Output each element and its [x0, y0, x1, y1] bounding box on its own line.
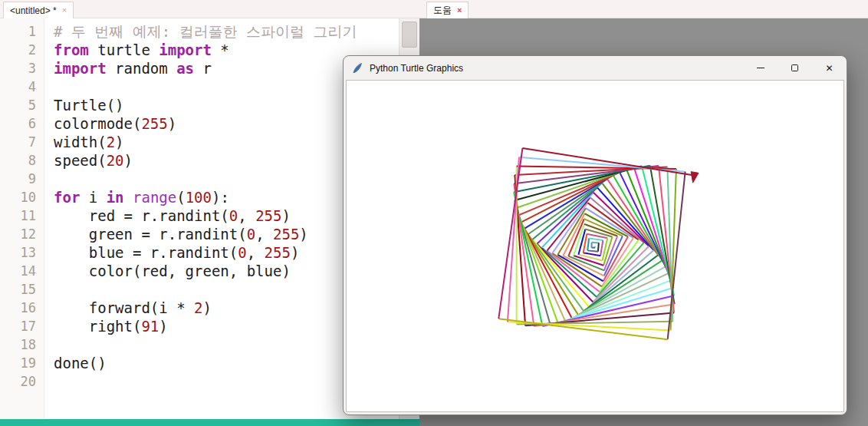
code-token: for [54, 189, 80, 206]
code-token: turtle [89, 41, 159, 58]
close-button[interactable]: ✕ [812, 56, 847, 80]
code-token: i [80, 189, 106, 206]
code-token: ) [115, 134, 123, 150]
turtle-graphics-window: Python Turtle Graphics ✕ [343, 55, 847, 415]
line-number: 14 [0, 262, 36, 280]
line-number: 2 [0, 41, 36, 59]
window-title-bar[interactable]: Python Turtle Graphics ✕ [344, 56, 847, 80]
code-token: * [212, 41, 229, 58]
maximize-button[interactable] [778, 56, 812, 80]
line-number: 1 [0, 22, 36, 41]
tab-untitled-file[interactable]: <untitled> * × [3, 2, 74, 18]
line-number: 20 [0, 372, 36, 391]
line-number: 17 [0, 317, 36, 335]
line-number: 12 [0, 225, 36, 243]
code-token: done() [54, 355, 107, 372]
code-token: 2 [107, 134, 115, 150]
code-token: 100 [186, 189, 212, 206]
code-token: colormode( [54, 115, 141, 132]
code-editor[interactable]: 1234567891011121314151617181920 # 두 번째 예… [0, 18, 399, 419]
turtle-app-icon [351, 62, 363, 74]
line-number: 5 [0, 96, 36, 114]
code-token: 0 [247, 226, 255, 243]
file-tab-close-icon[interactable]: × [62, 6, 67, 15]
code-token: green = r.randint( [54, 226, 247, 243]
code-token: 0 [229, 207, 238, 224]
code-token: random [107, 60, 177, 77]
code-token: forward(i * [54, 299, 194, 316]
code-token: , [255, 226, 273, 243]
line-number: 13 [0, 243, 36, 262]
code-token: width( [54, 134, 107, 150]
code-token: ( [176, 189, 185, 206]
close-icon: ✕ [825, 64, 833, 73]
line-number: 3 [0, 59, 36, 78]
code-token: from [54, 41, 89, 58]
line-number: 9 [0, 170, 36, 188]
line-number: 10 [0, 188, 36, 206]
code-token: 91 [141, 318, 159, 335]
tab-bar: <untitled> * × 도움 × [0, 0, 868, 18]
code-token [124, 189, 133, 206]
code-token: ) [168, 115, 176, 132]
line-number: 6 [0, 114, 36, 133]
code-token: 20 [107, 152, 124, 169]
line-number: 19 [0, 354, 36, 372]
code-token: ) [159, 318, 167, 335]
code-token: ) [281, 207, 290, 224]
code-token: # 두 번째 예제: 컬러풀한 스파이럴 그리기 [54, 23, 357, 40]
line-number: 15 [0, 280, 36, 299]
maximize-icon [791, 64, 798, 71]
code-token: ) [124, 152, 133, 169]
code-token: ) [202, 299, 211, 316]
code-token: , [247, 244, 265, 261]
tab-help[interactable]: 도움 × [426, 2, 469, 18]
code-token: import [159, 41, 212, 58]
file-tab-label: <untitled> * [10, 5, 57, 16]
code-token: r [194, 60, 212, 77]
minimize-button[interactable] [743, 56, 778, 80]
turtle-cursor-arrow [691, 172, 699, 183]
line-number: 4 [0, 78, 36, 96]
code-token: color(red, green, blue) [54, 263, 291, 279]
scrollbar-thumb[interactable] [402, 21, 417, 48]
code-token: ) [291, 244, 299, 261]
code-token: ) [299, 226, 307, 243]
minimize-icon [757, 68, 764, 68]
help-tab-label: 도움 [433, 4, 452, 17]
code-token: import [54, 60, 107, 77]
code-token: 2 [194, 299, 202, 316]
turtle-spiral-drawing [347, 81, 843, 411]
window-controls: ✕ [743, 56, 847, 80]
code-token: , [238, 207, 255, 224]
code-line[interactable]: # 두 번째 예제: 컬러풀한 스파이럴 그리기 [54, 22, 399, 41]
code-token: right( [54, 318, 141, 335]
code-token: 255 [273, 226, 299, 243]
window-title: Python Turtle Graphics [370, 63, 463, 74]
line-number: 16 [0, 299, 36, 317]
code-token: 255 [255, 207, 281, 224]
line-number: 11 [0, 206, 36, 225]
line-number: 8 [0, 151, 36, 170]
code-token: as [176, 60, 194, 77]
code-token: in [107, 189, 124, 206]
code-token: red = r.randint( [54, 207, 229, 224]
turtle-canvas [346, 80, 844, 412]
code-token: 0 [238, 244, 246, 261]
line-number: 18 [0, 335, 36, 354]
code-token: 255 [141, 115, 167, 132]
code-token: speed( [54, 152, 107, 169]
code-token: 255 [265, 244, 291, 261]
gutter: 1234567891011121314151617181920 [0, 18, 44, 419]
code-token: Turtle() [54, 97, 124, 114]
help-tab-close-icon[interactable]: × [457, 6, 462, 15]
code-token: blue = r.randint( [54, 244, 238, 261]
code-token: range [133, 189, 176, 206]
code-token: ): [212, 189, 229, 206]
editor-bottom-accent-bar [0, 419, 419, 426]
line-number: 7 [0, 133, 36, 151]
